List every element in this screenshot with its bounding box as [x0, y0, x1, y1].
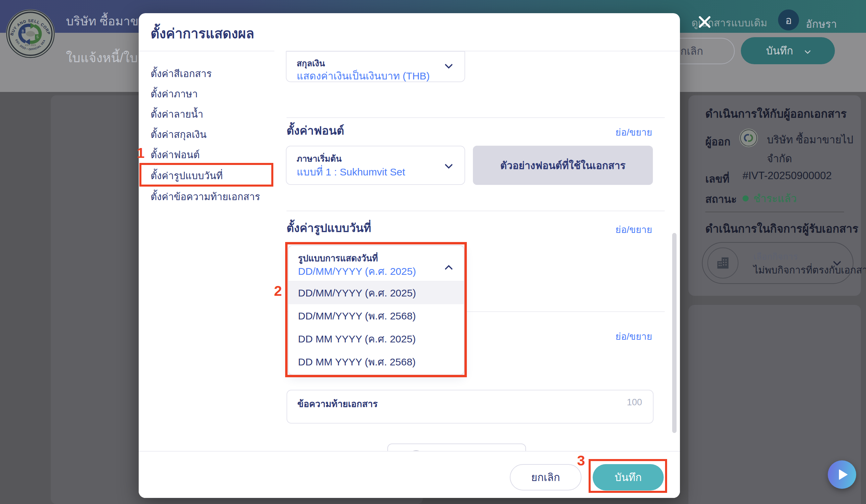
- annotation-box-date-dropdown: [285, 242, 467, 377]
- settings-menu-footer-text[interactable]: ตั้งค่าข้อความท้ายเอกสาร: [151, 189, 260, 205]
- user-avatar[interactable]: อ: [778, 10, 799, 31]
- annotation-box-date-format-menu: [140, 163, 273, 186]
- chevron-down-icon: [444, 161, 453, 169]
- chevron-down-icon: [804, 48, 811, 54]
- font-section-collapse-link[interactable]: ย่อ/ขยาย: [615, 125, 652, 140]
- issuer-label: ผู้ออก: [705, 133, 730, 150]
- annotation-step-2: 2: [274, 283, 282, 299]
- display-settings-modal: ตั้งค่าการแสดงผล ตั้งค่าสีเอกสาร ตั้งค่า…: [139, 13, 680, 498]
- tutorial-play-button[interactable]: [828, 460, 856, 489]
- settings-menu-currency[interactable]: ตั้งค่าสกุลเงิน: [151, 127, 207, 142]
- font-language-dropdown[interactable]: ภาษาเริ่มต้น แบบที่ 1 : Sukhumvit Set: [286, 146, 465, 185]
- font-sample-box: ตัวอย่างฟอนต์ที่ใช้ในเอกสาร: [473, 146, 653, 185]
- picker-value: ไม่พบกิจการที่ตรงกับเอกสาร: [753, 262, 866, 278]
- modal-title: ตั้งค่าการแสดงผล: [151, 23, 254, 44]
- font-dropdown-value: แบบที่ 1 : Sukhumvit Set: [297, 164, 405, 180]
- user-initial: อ: [785, 11, 791, 29]
- modal-cancel-button[interactable]: ยกเลิก: [510, 464, 581, 491]
- receiver-panel-heading: ดำเนินการในกิจการผู้รับเอกสาร: [705, 220, 858, 238]
- modal-header-divider: [139, 51, 274, 51]
- issuer-action-panel: ดำเนินการให้กับผู้ออกเอกสาร ผู้ออก บริษั…: [688, 95, 861, 296]
- status-label: สถานะ: [705, 191, 737, 208]
- status-badge: ชำระแล้ว: [753, 190, 797, 207]
- currency-dropdown[interactable]: สกุลเงิน แสดงค่าเงินเป็นเงินบาท (THB): [286, 51, 465, 82]
- play-icon: [839, 469, 848, 480]
- modal-close-icon[interactable]: [697, 14, 712, 30]
- footer-text-section-collapse-link[interactable]: ย่อ/ขยาย: [615, 329, 652, 344]
- svg-text:B: B: [22, 30, 24, 33]
- section-divider: [287, 117, 665, 118]
- settings-menu-language[interactable]: ตั้งค่าภาษา: [151, 86, 198, 102]
- char-counter: 100: [627, 397, 642, 408]
- page-save-button[interactable]: บันทึก: [741, 37, 835, 64]
- logo-est-text: EST. 2023: [25, 44, 36, 46]
- section-divider: [287, 210, 665, 211]
- toggle-container[interactable]: [387, 444, 526, 451]
- currency-dropdown-value: แสดงค่าเงินเป็นเงินบาท (THB): [297, 68, 430, 84]
- annotation-step-3: 3: [577, 453, 585, 469]
- modal-scrollbar[interactable]: [672, 233, 677, 433]
- panel-divider: [705, 211, 844, 212]
- issuer-name-line2: จำกัด: [767, 150, 792, 167]
- toggle-row-clipped: [382, 439, 531, 451]
- issuer-logo: [739, 128, 758, 147]
- issuer-name-line1: บริษัท ซื้อมาขายไป: [767, 131, 853, 148]
- business-picker-dropdown[interactable]: เลือกกิจการ ไม่พบกิจการที่ตรงกับเอกสาร: [702, 242, 854, 284]
- page-title: ใบแจ้งหนี้/ใบกำกับภ: [66, 47, 139, 68]
- footer-text-textarea[interactable]: ข้อความท้ายเอกสาร 100: [287, 390, 654, 424]
- company-logo: BUY AND SELL CORPORATION EST. 2023 • OFF…: [5, 9, 55, 59]
- status-dot-icon: [743, 195, 748, 202]
- date-section-collapse-link[interactable]: ย่อ/ขยาย: [615, 222, 652, 237]
- font-section-heading: ตั้งค่าฟอนต์: [287, 121, 344, 140]
- document-number-label: เลขที่: [705, 170, 729, 187]
- annotation-step-1: 1: [137, 145, 144, 161]
- picker-label: เลือกกิจการ: [753, 250, 798, 263]
- annotation-box-save-button: [589, 459, 667, 493]
- user-name: อักษรา: [806, 15, 837, 33]
- building-icon-circle: [707, 248, 739, 278]
- issuer-panel-heading: ดำเนินการให้กับผู้ออกเอกสาร: [705, 105, 847, 123]
- date-section-heading: ตั้งค่ารูปแบบวันที่: [287, 219, 371, 237]
- font-dropdown-label: ภาษาเริ่มต้น: [297, 152, 342, 165]
- svg-text:S: S: [36, 35, 38, 39]
- settings-menu-font[interactable]: ตั้งค่าฟอนต์: [151, 147, 200, 163]
- chevron-down-icon: [444, 60, 453, 69]
- document-number-value: #IVT-20250900002: [743, 170, 832, 182]
- settings-menu-watermark[interactable]: ตั้งค่าลายน้ำ: [151, 106, 203, 122]
- settings-menu-document-color[interactable]: ตั้งค่าสีเอกสาร: [151, 66, 212, 81]
- footer-text-label: ข้อความท้ายเอกสาร: [297, 397, 378, 411]
- building-icon: [715, 255, 730, 271]
